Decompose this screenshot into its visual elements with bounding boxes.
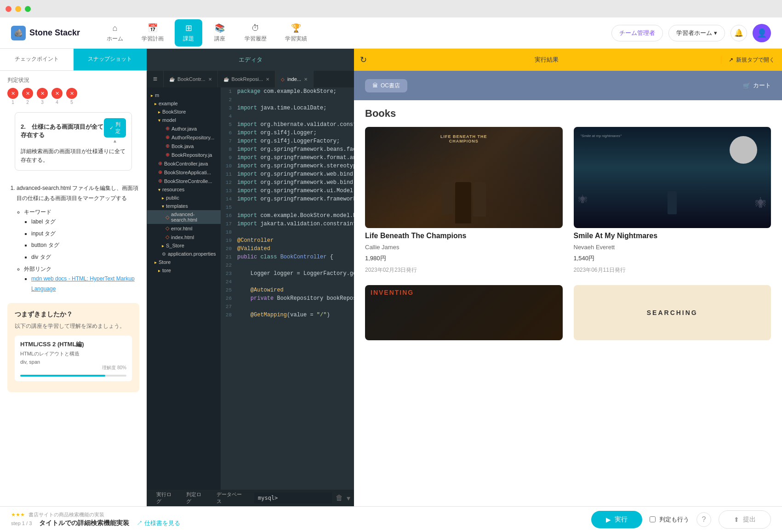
- book-author-1: Callie James: [365, 244, 563, 251]
- trash-icon[interactable]: 🗑: [336, 494, 343, 503]
- course-title: HTML/CSS 2 (HTML編): [20, 340, 126, 349]
- tree-authorrepository[interactable]: ⊕ AuthorRepository...: [147, 133, 221, 142]
- nav-learning-plan[interactable]: 📅 学習計画: [134, 19, 171, 46]
- refresh-button[interactable]: ↻: [354, 55, 372, 65]
- judgment-num-2: 2: [26, 100, 29, 105]
- tree-bookstore[interactable]: ▸ BookStore: [147, 108, 221, 116]
- tree-public[interactable]: ▸ public: [147, 194, 221, 202]
- java-file-icon-2: ☕: [223, 77, 229, 82]
- app-footer: ★★★ 書店サイトの商品検索機能の実装 step 1 / 3 タイトルでの詳細検…: [0, 506, 782, 532]
- close-tab-2[interactable]: ✕: [266, 77, 269, 82]
- tree-error-html[interactable]: ◇ error.html: [147, 224, 221, 233]
- tree-bookcontroller[interactable]: ⊕ BookController.java: [147, 159, 221, 168]
- judge-check: 判定も行う: [650, 515, 689, 524]
- editor-tab-2[interactable]: ☕ BookReposi... ✕: [218, 71, 275, 87]
- star-rating: ★★★: [11, 512, 25, 518]
- editor-tab-3[interactable]: ◇ inde... ✕: [275, 71, 314, 87]
- tree-book[interactable]: ⊕ Book.java: [147, 142, 221, 150]
- tree-example[interactable]: ▸ example: [147, 99, 221, 108]
- tree-app-properties[interactable]: ⚙ application.properties: [147, 250, 221, 258]
- submit-button[interactable]: ⬆ 提出: [719, 510, 771, 529]
- tree-s-store[interactable]: ▸ S_Store: [147, 241, 221, 250]
- tab-snapshot[interactable]: スナップショット: [74, 49, 147, 70]
- spec-link[interactable]: ↗ 仕様書を見る: [137, 519, 180, 527]
- close-tab-3[interactable]: ✕: [304, 77, 308, 82]
- progress-bar: [20, 375, 126, 377]
- tree-tore[interactable]: ▸ tore: [147, 266, 221, 275]
- tree-m[interactable]: ▸ m: [147, 91, 221, 99]
- tab-database[interactable]: データベース: [211, 490, 251, 506]
- run-button[interactable]: ▶ 実行: [591, 511, 642, 528]
- judge-button[interactable]: ✓ 判定: [104, 118, 126, 137]
- book-cover-3[interactable]: INVENTING: [365, 285, 563, 340]
- close-button[interactable]: [6, 6, 11, 12]
- course-item-1[interactable]: HTML/CSS 2 (HTML編) HTMLのレイアウトと構造 div, sp…: [15, 336, 132, 381]
- code-editor[interactable]: 1package com.example.BookStore; 2 3impor…: [221, 87, 354, 490]
- judgment-title: 判定状況: [7, 76, 139, 84]
- tree-index-html[interactable]: ◇ index.html: [147, 233, 221, 241]
- results-header: ↻ 実行結果 ↗ 新規タブで開く: [354, 49, 782, 71]
- detail-external-link: 外部リンク mdn web docs - HTML: HyperText Mar…: [24, 264, 139, 294]
- tab-judgment-log[interactable]: 判定ログ: [181, 490, 211, 506]
- book-cover-4[interactable]: SEARCHING: [574, 285, 771, 340]
- tree-bookrepository[interactable]: ⊕ BookRepository.ja: [147, 150, 221, 159]
- tree-bookstorecontroller[interactable]: ⊕ BookStoreControlle...: [147, 177, 221, 185]
- judgment-icons: ✕ 1 ✕ 2 ✕ 3 ✕ 4: [7, 88, 139, 105]
- mdn-link[interactable]: mdn web docs - HTML: HyperText Markup La…: [31, 275, 135, 292]
- judgment-item-3: ✕ 3: [37, 88, 48, 105]
- editor-tab-1[interactable]: ☕ BookContr... ✕: [164, 71, 218, 87]
- logo-area: 🪨 Stone Stackr: [11, 26, 85, 40]
- judgment-section: 判定状況 ✕ 1 ✕ 2 ✕ 3 ✕: [0, 71, 147, 180]
- editor-bottom: 実行ログ 判定ログ データベース 🗑 ▾: [147, 490, 354, 506]
- logo-icon: 🪨: [11, 26, 26, 40]
- detail-input-tag: input タグ: [31, 229, 139, 239]
- task-icon: ⊞: [185, 23, 192, 33]
- judgment-num-3: 3: [41, 100, 44, 105]
- notification-bell-icon[interactable]: 🔔: [731, 25, 747, 41]
- editor-tabs: ≡ ☕ BookContr... ✕ ☕ BookReposi... ✕ ◇ i…: [147, 71, 354, 87]
- tree-bookstoreapp[interactable]: ⊕ BookStoreApplicati...: [147, 168, 221, 177]
- detail-mdn-link[interactable]: mdn web docs - HTML: HyperText Markup La…: [31, 274, 139, 294]
- nav-lecture[interactable]: 📚 講座: [206, 19, 234, 46]
- nav-home[interactable]: ⌂ ホーム: [99, 20, 131, 46]
- tree-resources[interactable]: ▾ resources: [147, 185, 221, 194]
- close-tab-1[interactable]: ✕: [208, 77, 212, 82]
- book-card-4: SEARCHING: [574, 285, 771, 340]
- tree-advanced-search[interactable]: ◇ advanced-search.html: [147, 210, 221, 224]
- cart-button[interactable]: 🛒 カート: [743, 81, 771, 90]
- nav-plan-label: 学習計画: [142, 35, 164, 43]
- help-button[interactable]: ?: [696, 512, 711, 527]
- avatar[interactable]: 👤: [753, 24, 771, 42]
- judge-checkbox[interactable]: [650, 516, 656, 522]
- team-admin-button[interactable]: チーム管理者: [611, 25, 663, 41]
- file-tree-toggle[interactable]: ≡: [147, 71, 164, 87]
- nav-history[interactable]: ⏱ 学習履歴: [237, 20, 274, 46]
- nav-home-label: ホーム: [107, 35, 123, 43]
- tree-store[interactable]: ▸ Store: [147, 258, 221, 266]
- chevron-down-icon[interactable]: ▾: [347, 494, 350, 503]
- book-card-3: INVENTING: [365, 285, 563, 340]
- books-page-title: Books: [354, 100, 782, 127]
- store-logo: 🏛 OC書店: [365, 79, 407, 92]
- book-cover-2[interactable]: "Smile at my nightmares" 🕷 🕷: [574, 127, 771, 228]
- detail-div-tag: div タグ: [31, 252, 139, 263]
- maximize-button[interactable]: [25, 6, 31, 12]
- learner-home-button[interactable]: 学習者ホーム ▾: [668, 25, 725, 41]
- nav-results[interactable]: 🏆 学習実績: [278, 19, 314, 46]
- java-file-icon-1: ☕: [169, 77, 175, 82]
- collapse-icon[interactable]: ▲: [113, 138, 117, 143]
- detail-button-tag: button タグ: [31, 240, 139, 251]
- checkmark-icon: ✓: [109, 125, 114, 131]
- footer-task-title: タイトルでの詳細検索機能実装: [39, 519, 129, 527]
- tree-author[interactable]: ⊕ Author.java: [147, 124, 221, 133]
- terminal-input[interactable]: [254, 492, 332, 503]
- nav-task[interactable]: ⊞ 課題: [175, 19, 202, 46]
- book-cover-1[interactable]: LIFE BENEATH THECHAMPIONS: [365, 127, 563, 228]
- tab-execution-log[interactable]: 実行ログ: [151, 490, 181, 506]
- new-tab-button[interactable]: ↗ 新規タブで開く: [721, 56, 782, 64]
- tab-checkpoint[interactable]: チェックポイント: [0, 49, 74, 70]
- tree-model[interactable]: ▾ model: [147, 116, 221, 124]
- book-title-1: Life Beneath The Champions: [365, 232, 563, 240]
- tree-templates[interactable]: ▾ templates: [147, 202, 221, 210]
- minimize-button[interactable]: [15, 6, 21, 12]
